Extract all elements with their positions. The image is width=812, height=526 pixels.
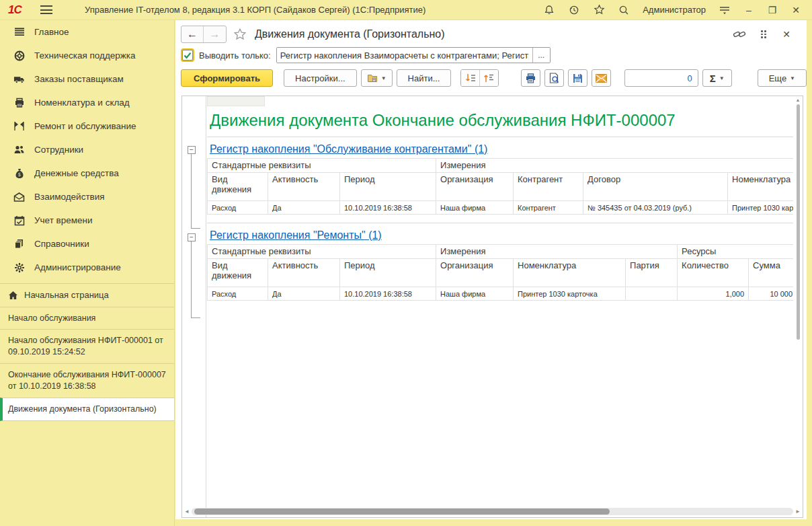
send-mail-button[interactable] (592, 69, 611, 87)
vertical-scrollbar[interactable]: ▲ (795, 98, 801, 505)
search-icon[interactable] (618, 4, 630, 16)
filter-row: Выводить только: ... (175, 44, 807, 66)
table-row[interactable]: Расход Да 10.10.2019 16:38:58 Наша фирма… (208, 287, 794, 301)
generate-button[interactable]: Сформировать (181, 69, 273, 87)
add-favorite-star-icon[interactable] (233, 28, 247, 41)
filter-input[interactable] (277, 48, 532, 63)
sidebar-item-catalogs[interactable]: Справочники (0, 232, 174, 256)
vertical-scrollbar-thumb[interactable] (797, 104, 800, 340)
tab-document-movements-active[interactable]: Движения документа (Горизонтально) (0, 398, 174, 421)
cell-period: 10.10.2019 16:38:58 (340, 201, 436, 215)
sidebar-item-money[interactable]: $ Денежные средства (0, 161, 174, 185)
truck-icon (13, 73, 25, 85)
register-section-link-1[interactable]: Регистр накопления "Обслуживание контраг… (207, 137, 793, 158)
table-row[interactable]: Расход Да 10.10.2019 16:38:58 Наша фирма… (208, 201, 794, 215)
main-menu-icon[interactable] (40, 5, 52, 14)
print-button[interactable] (521, 69, 540, 87)
finish-flags-icon (13, 120, 25, 132)
sidebar-item-label: Номенклатура и склад (34, 98, 130, 108)
open-windows-tabs: Начальная страница Начало обслуживания Н… (0, 283, 174, 421)
sidebar-item-label: Сотрудники (34, 145, 83, 155)
horizontal-scrollbar[interactable] (192, 508, 793, 515)
gear-icon (13, 262, 25, 273)
minimize-button[interactable]: – (743, 5, 754, 15)
more-actions-button[interactable]: Еще ▼ (758, 69, 807, 87)
more-menu-icon[interactable] (761, 30, 766, 38)
sidebar-item-repair[interactable]: Ремонт и обслуживание (0, 114, 174, 138)
sidebar-item-supplier-orders[interactable]: Заказы поставщикам (0, 67, 174, 91)
column-header: Активность (268, 173, 340, 201)
back-button[interactable]: ← (181, 26, 204, 42)
report-variants-dropdown[interactable]: ▼ (361, 69, 393, 87)
chevron-down-icon: ▼ (790, 75, 795, 81)
home-icon (8, 291, 18, 300)
tab-service-end-nfit-000007[interactable]: Окончание обслуживания НФИТ-000007 от 10… (0, 363, 174, 398)
collapse-section-1-button[interactable]: − (188, 146, 196, 154)
history-icon[interactable] (568, 4, 580, 16)
service-menu-icon[interactable] (719, 4, 731, 16)
save-button[interactable] (568, 69, 587, 87)
autosum-dropdown[interactable]: Σ ▼ (702, 69, 732, 87)
close-tab-icon[interactable]: ✕ (781, 29, 792, 40)
horizontal-scrollbar-thumb[interactable] (194, 509, 610, 515)
cell-sum: 10 000 (749, 287, 793, 301)
column-header: Количество (678, 259, 749, 287)
filter-checkbox[interactable] (182, 50, 193, 61)
menu-lines-icon (13, 26, 25, 38)
tab-service-start-nfit-000001[interactable]: Начало обслуживания НФИТ-000001 от 09.10… (0, 329, 174, 363)
settings-button[interactable]: Настройки... (284, 69, 357, 87)
tab-home-page[interactable]: Начальная страница (0, 283, 174, 307)
group-header: Стандартные реквизиты (208, 159, 436, 173)
sum-field[interactable] (624, 69, 698, 87)
forward-button[interactable]: → (204, 26, 226, 42)
envelope-icon (13, 191, 25, 202)
sidebar-item-label: Администрирование (34, 262, 121, 272)
column-header: Организация (436, 173, 514, 201)
sidebar: Главное Техническая поддержка Заказы пос… (0, 20, 175, 526)
column-header: Активность (268, 259, 340, 287)
group-header: Ресурсы (678, 245, 793, 259)
window-edge (807, 20, 812, 526)
chevron-down-icon: ▼ (381, 75, 387, 81)
scroll-left-arrow[interactable]: ◄ (184, 508, 190, 515)
sidebar-item-administration[interactable]: Администрирование (0, 256, 174, 279)
sidebar-item-label: Денежные средства (34, 168, 119, 178)
preview-button[interactable] (544, 69, 564, 87)
sidebar-item-main[interactable]: Главное (0, 20, 174, 44)
cell-counterparty: Контрагент (514, 201, 583, 215)
maximize-button[interactable]: ❐ (767, 5, 778, 15)
find-button[interactable]: Найти... (397, 69, 452, 87)
column-header: Организация (436, 259, 514, 287)
collapse-section-2-button[interactable]: − (188, 233, 196, 241)
register-section-link-2[interactable]: Регистр накопления "Ремонты" (1) (207, 223, 793, 244)
sidebar-item-nomenclature[interactable]: Номенклатура и склад (0, 91, 174, 114)
current-user[interactable]: Администратор (643, 5, 706, 15)
favorites-star-icon[interactable] (593, 4, 605, 16)
expand-groups-button[interactable] (461, 70, 479, 86)
titlebar: 1С Управление IT-отделом 8, редакция 3.1… (0, 0, 812, 20)
sidebar-item-interactions[interactable]: Взаимодействия (0, 185, 174, 209)
column-header: Сумма (749, 259, 793, 287)
get-link-icon[interactable] (733, 29, 746, 40)
calendar-check-icon (13, 215, 25, 226)
sidebar-item-support[interactable]: Техническая поддержка (0, 44, 174, 67)
close-window-button[interactable]: ✕ (790, 5, 801, 15)
sidebar-item-label: Заказы поставщикам (34, 74, 124, 84)
notifications-bell-icon[interactable] (543, 4, 555, 16)
sidebar-item-employees[interactable]: Сотрудники (0, 138, 174, 161)
filter-choose-button[interactable]: ... (532, 48, 550, 63)
cell-period: 10.10.2019 16:38:58 (340, 287, 436, 301)
report-title: Движения документа Окончание обслуживани… (207, 106, 793, 137)
collapse-groups-button[interactable] (479, 70, 497, 86)
scroll-right-arrow[interactable]: ► (795, 508, 801, 515)
column-header: Номенклатура (728, 173, 793, 201)
money-bag-icon: $ (13, 167, 25, 179)
app-title: Управление IT-отделом 8, редакция 3.1 КО… (85, 5, 425, 15)
grid-corner-cell (207, 96, 265, 106)
lifering-icon (13, 50, 25, 61)
cell-nomenclature: Принтер 1030 карточка (514, 287, 626, 301)
1c-logo: 1С (8, 3, 31, 17)
tab-service-start[interactable]: Начало обслуживания (0, 307, 174, 330)
column-header: Номенклатура (514, 259, 626, 287)
sidebar-item-timesheet[interactable]: Учет времени (0, 209, 174, 232)
